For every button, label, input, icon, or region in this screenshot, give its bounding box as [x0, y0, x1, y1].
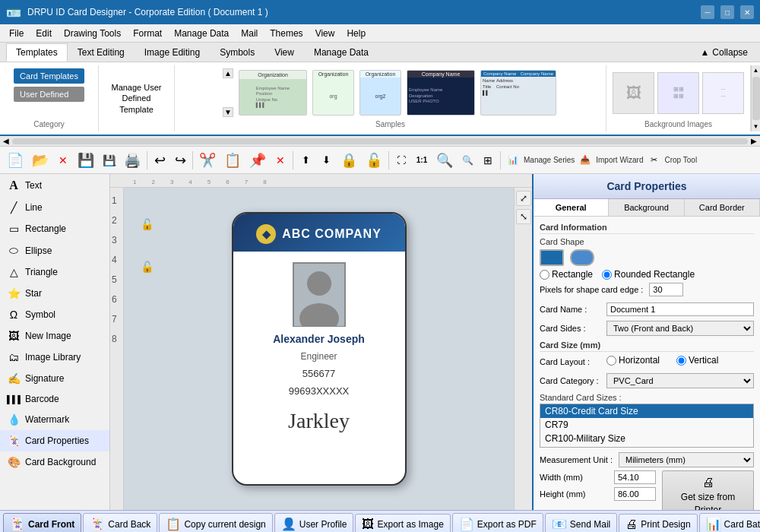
- height-input[interactable]: [614, 487, 656, 501]
- bottom-send-mail[interactable]: 📧 Send Mail: [545, 513, 617, 532]
- card-sides-select[interactable]: Two (Front and Back): [606, 321, 754, 336]
- rounded-rect-radio[interactable]: [602, 270, 612, 280]
- sample-card-3[interactable]: Organization org2: [359, 70, 401, 116]
- tab-manage-data[interactable]: Manage Data: [304, 43, 378, 62]
- panel-tab-general[interactable]: General: [534, 199, 609, 216]
- bg-image-3[interactable]: ······: [702, 72, 744, 114]
- bottom-export-image[interactable]: 🖼 Export as Image: [355, 514, 450, 533]
- sidebar-item-signature[interactable]: ✍ Signature: [0, 368, 109, 389]
- menu-drawing-tools[interactable]: Drawing Tools: [58, 27, 127, 40]
- toolbar-zoomin[interactable]: 🔍: [432, 150, 457, 171]
- size-cr100[interactable]: CR100-Military Size: [540, 432, 753, 445]
- samples-scroll-down[interactable]: ▼: [223, 107, 233, 117]
- width-input[interactable]: [614, 470, 656, 484]
- bottom-card-batch[interactable]: 📊 Card Batch Data: [699, 513, 760, 532]
- samples-scroll-up[interactable]: ▲: [223, 68, 233, 78]
- sidebar-item-triangle[interactable]: △ Triangle: [0, 261, 109, 283]
- menu-format[interactable]: Format: [127, 27, 168, 40]
- bottom-print-design[interactable]: 🖨 Print Design: [619, 514, 697, 533]
- tab-image-editing[interactable]: Image Editing: [135, 43, 210, 62]
- horizontal-radio[interactable]: [606, 356, 616, 366]
- toolbar-delete[interactable]: ✕: [271, 150, 290, 171]
- toolbar-toback[interactable]: ⬇: [316, 150, 336, 171]
- bg-image-1[interactable]: 🖼: [613, 72, 654, 114]
- sidebar-item-watermark[interactable]: 💧 Watermark: [0, 409, 109, 430]
- size-list[interactable]: CR80-Credit Card Size CR79 CR100-Militar…: [540, 404, 754, 448]
- menu-file[interactable]: File: [3, 27, 30, 40]
- sidebar-item-symbol[interactable]: Ω Symbol: [0, 304, 109, 325]
- toolbar-tofront[interactable]: ⬆: [296, 150, 315, 171]
- toolbar-saveas[interactable]: 💾→: [99, 150, 119, 171]
- get-size-from-printer-button[interactable]: 🖨 Get size from Printer: [662, 470, 754, 510]
- minimize-button[interactable]: ─: [701, 5, 714, 19]
- manage-user-defined-button[interactable]: [61, 72, 122, 75]
- tab-symbols[interactable]: Symbols: [210, 43, 264, 62]
- toolbar-croptool[interactable]: ✂: [644, 150, 664, 171]
- bottom-card-front[interactable]: 🃏 Card Front: [3, 513, 81, 532]
- toolbar-unlock[interactable]: 🔓: [362, 150, 386, 171]
- sidebar-item-line[interactable]: ╱ Line: [0, 197, 109, 218]
- hscroll-left[interactable]: ◀: [3, 137, 9, 145]
- bottom-user-profile[interactable]: 👤 User Profile: [274, 513, 354, 532]
- vertical-radio-label[interactable]: Vertical: [676, 355, 737, 366]
- size-cr79[interactable]: CR79: [540, 418, 753, 432]
- toolbar-actualsize[interactable]: 1:1: [412, 150, 432, 171]
- sidebar-item-new-image[interactable]: 🖼 New Image: [0, 325, 109, 347]
- rounded-rect-shape-btn[interactable]: [570, 249, 594, 266]
- maximize-button[interactable]: □: [720, 5, 734, 19]
- toolbar-open[interactable]: 📂: [28, 150, 52, 171]
- hscroll-track[interactable]: [12, 138, 748, 144]
- toolbar-grid[interactable]: ⊞: [478, 150, 498, 171]
- menu-themes[interactable]: Themes: [264, 27, 309, 40]
- sidebar-item-text[interactable]: A Text: [0, 174, 109, 197]
- sample-card-1[interactable]: Organization Employee NamePositionUnique…: [239, 70, 307, 116]
- menu-manage-data[interactable]: Manage Data: [168, 27, 235, 40]
- rounded-radio-label[interactable]: Rounded Rectangle: [602, 269, 695, 280]
- sample-card-2[interactable]: Organization org: [312, 70, 354, 116]
- panel-tab-background[interactable]: Background: [609, 199, 684, 216]
- pixels-input[interactable]: [649, 283, 683, 296]
- sample-card-4[interactable]: Company Name Employee NameDesignationUSE…: [407, 70, 475, 116]
- toolbar-copy[interactable]: 📋: [220, 150, 245, 171]
- panel-tab-card-border[interactable]: Card Border: [685, 199, 760, 216]
- size-cr80[interactable]: CR80-Credit Card Size: [540, 404, 753, 418]
- vertical-radio[interactable]: [676, 356, 686, 366]
- scroll-up[interactable]: ▲: [752, 65, 760, 75]
- toolbar-print[interactable]: 🖨️: [120, 150, 144, 171]
- bottom-copy-design[interactable]: 📋 Copy current design: [159, 513, 272, 532]
- manage-user-defined-btn[interactable]: Manage User Defined Template: [105, 79, 168, 118]
- scroll-track[interactable]: [752, 77, 760, 120]
- card-name-input[interactable]: [606, 302, 754, 316]
- toolbar-importwizard[interactable]: 📥: [575, 150, 595, 171]
- id-card[interactable]: ◆ ABC COMPANY Alexander Joseph: [232, 212, 407, 486]
- sidebar-item-card-properties[interactable]: 🃏 Card Properties: [0, 430, 109, 451]
- sidebar-item-rectangle[interactable]: ▭ Rectangle: [0, 218, 109, 239]
- toolbar-manageseries[interactable]: 📊: [503, 150, 523, 171]
- close-button[interactable]: ✕: [740, 5, 754, 19]
- canvas[interactable]: 🔓 🔓 ◆ ABC COMPANY: [124, 188, 514, 510]
- bottom-export-pdf[interactable]: 📄 Export as PDF: [452, 513, 543, 532]
- toolbar-undo[interactable]: ↩: [150, 150, 169, 171]
- menu-help[interactable]: Help: [340, 27, 372, 40]
- toolbar-lock[interactable]: 🔒: [337, 150, 361, 171]
- sidebar-item-star[interactable]: ⭐ Star: [0, 283, 109, 304]
- user-defined-button[interactable]: User Defined: [14, 87, 84, 102]
- tab-view[interactable]: View: [264, 43, 304, 62]
- bg-image-2[interactable]: ⊞⊞⊞⊞: [657, 72, 699, 114]
- canvas-tool-1[interactable]: ⤢: [516, 191, 531, 206]
- tab-text-editing[interactable]: Text Editing: [68, 43, 135, 62]
- toolbar-paste[interactable]: 📌: [245, 150, 270, 171]
- toolbar-new[interactable]: 📄: [3, 150, 27, 171]
- toolbar-fitwindow[interactable]: ⛶: [391, 150, 411, 171]
- card-category-select[interactable]: PVC_Card: [606, 373, 754, 388]
- rectangle-radio[interactable]: [540, 270, 549, 280]
- toolbar-zoomout[interactable]: 🔍: [458, 150, 477, 171]
- rectangle-shape-btn[interactable]: [540, 249, 564, 266]
- toolbar-cut[interactable]: ✂️: [195, 150, 220, 171]
- menu-edit[interactable]: Edit: [30, 27, 58, 40]
- rectangle-radio-label[interactable]: Rectangle: [540, 269, 593, 280]
- sidebar-item-ellipse[interactable]: ⬭ Ellipse: [0, 239, 109, 261]
- canvas-tool-2[interactable]: ⤡: [516, 209, 531, 224]
- sidebar-item-card-background[interactable]: 🎨 Card Background: [0, 451, 109, 473]
- sidebar-item-image-library[interactable]: 🗂 Image Library: [0, 347, 109, 368]
